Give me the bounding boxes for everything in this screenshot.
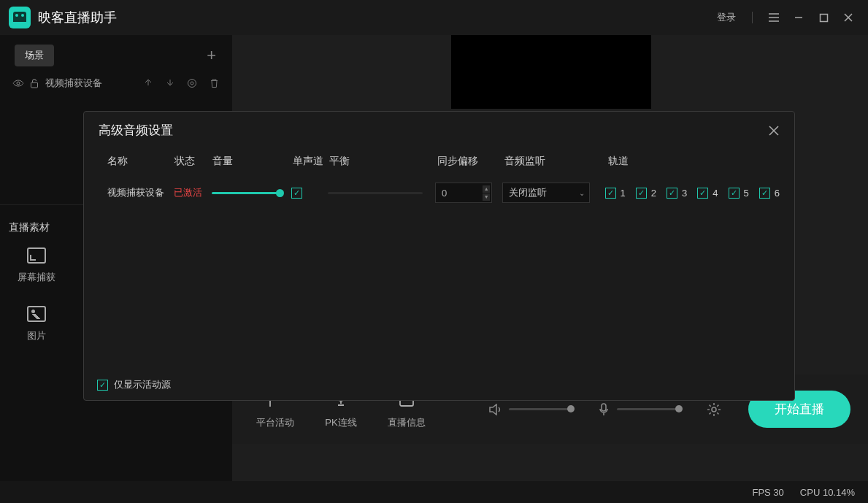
audio-source-row: 视频捕获设备 已激活 0 ▲ ▼ 关闭监听 ⌄ bbox=[84, 175, 794, 210]
svg-rect-2 bbox=[31, 82, 38, 88]
svg-point-7 bbox=[712, 407, 716, 412]
svg-point-3 bbox=[188, 80, 196, 88]
chevron-down-icon: ⌄ bbox=[579, 189, 585, 197]
track-3-checkbox[interactable] bbox=[667, 188, 677, 199]
advanced-audio-dialog: 高级音频设置 名称 状态 音量 单声道 平衡 同步偏移 音频监听 轨道 视频捕获… bbox=[83, 111, 795, 401]
close-icon[interactable] bbox=[837, 7, 859, 28]
svg-rect-0 bbox=[820, 14, 827, 21]
video-source-rect[interactable] bbox=[451, 35, 651, 109]
audio-settings-button[interactable] bbox=[706, 402, 722, 418]
visibility-icon[interactable] bbox=[10, 79, 26, 88]
login-button[interactable]: 登录 bbox=[717, 11, 736, 24]
track-checkboxes: 1 2 3 4 5 6 bbox=[605, 188, 780, 199]
track-4-checkbox[interactable] bbox=[697, 188, 708, 199]
delete-icon[interactable] bbox=[206, 78, 222, 88]
move-up-icon[interactable] bbox=[140, 78, 156, 88]
mic-slider[interactable] bbox=[617, 408, 680, 410]
dialog-column-headers: 名称 状态 音量 单声道 平衡 同步偏移 音频监听 轨道 bbox=[84, 147, 794, 175]
mono-checkbox[interactable] bbox=[291, 188, 302, 199]
balance-slider[interactable] bbox=[328, 192, 423, 194]
screen-capture-icon bbox=[27, 247, 46, 264]
cpu-indicator: CPU 10.14% bbox=[800, 487, 855, 498]
svg-point-4 bbox=[191, 82, 193, 85]
fps-indicator: FPS 30 bbox=[752, 487, 783, 498]
track-2-checkbox[interactable] bbox=[636, 188, 647, 199]
app-title: 映客直播助手 bbox=[38, 9, 117, 26]
material-image[interactable]: 图片 bbox=[27, 306, 46, 342]
speaker-icon bbox=[488, 404, 502, 415]
status-bar: FPS 30 CPU 10.14% bbox=[0, 481, 868, 503]
source-name: 视频捕获设备 bbox=[45, 77, 102, 90]
row-name: 视频捕获设备 bbox=[107, 186, 174, 199]
mic-icon bbox=[598, 403, 610, 416]
audio-monitor-select[interactable]: 关闭监听 ⌄ bbox=[502, 183, 590, 203]
track-5-checkbox[interactable] bbox=[729, 188, 740, 199]
volume-slider[interactable] bbox=[212, 192, 280, 194]
show-active-only-checkbox[interactable]: 仅显示活动源 bbox=[97, 378, 171, 391]
menu-icon[interactable] bbox=[763, 7, 785, 28]
spinner-down-icon[interactable]: ▼ bbox=[483, 193, 490, 201]
lock-icon[interactable] bbox=[26, 78, 42, 88]
material-screen-capture[interactable]: 屏幕捕获 bbox=[18, 247, 55, 284]
scene-tab[interactable]: 场景 bbox=[15, 45, 54, 66]
svg-point-1 bbox=[17, 82, 20, 85]
track-1-checkbox[interactable] bbox=[605, 188, 616, 199]
svg-rect-6 bbox=[602, 404, 606, 411]
speaker-slider[interactable] bbox=[509, 408, 572, 410]
dialog-title: 高级音频设置 bbox=[99, 122, 173, 139]
mic-volume-control[interactable] bbox=[598, 403, 680, 416]
source-row[interactable]: 视频捕获设备 bbox=[0, 69, 232, 98]
maximize-icon[interactable] bbox=[813, 7, 834, 28]
materials-title: 直播素材 bbox=[0, 214, 73, 247]
minimize-icon[interactable] bbox=[788, 7, 810, 28]
add-scene-button[interactable]: + bbox=[202, 46, 220, 65]
track-6-checkbox[interactable] bbox=[759, 188, 770, 199]
divider bbox=[752, 12, 753, 23]
dialog-close-button[interactable] bbox=[768, 125, 780, 137]
row-status: 已激活 bbox=[174, 186, 212, 199]
title-bar: 映客直播助手 登录 bbox=[0, 0, 868, 35]
image-icon bbox=[27, 306, 46, 322]
spinner-up-icon[interactable]: ▲ bbox=[483, 185, 490, 193]
app-logo-icon bbox=[9, 7, 31, 28]
speaker-volume-control[interactable] bbox=[488, 404, 572, 415]
move-down-icon[interactable] bbox=[162, 78, 178, 88]
settings-icon[interactable] bbox=[184, 78, 200, 88]
sync-offset-input[interactable]: 0 ▲ ▼ bbox=[435, 183, 492, 203]
